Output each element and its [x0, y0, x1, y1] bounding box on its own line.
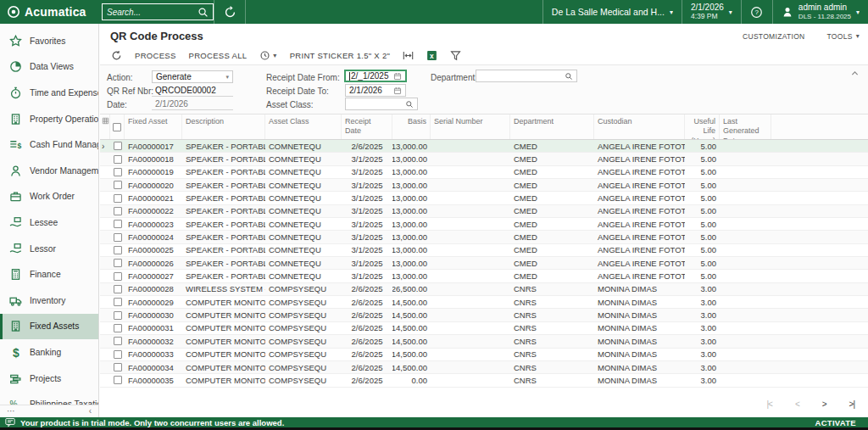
col-receipt-date[interactable]: Receipt Date — [342, 114, 392, 139]
col-fixed-asset[interactable]: Fixed Asset — [125, 114, 182, 139]
table-row[interactable]: FA00000022SPEAKER - PORTABLE ...COMNETEQ… — [100, 205, 868, 218]
sidebar-item-inventory[interactable]: Inventory — [0, 288, 98, 314]
recently-visited-button[interactable] — [214, 0, 245, 24]
col-department[interactable]: Department — [510, 114, 594, 139]
prev-page-button[interactable]: < — [795, 399, 799, 409]
row-checkbox[interactable] — [114, 350, 122, 359]
sidebar-item-data-views[interactable]: Data Views — [0, 54, 98, 81]
sidebar-item-lessee[interactable]: Lessee — [0, 209, 98, 236]
table-row[interactable]: FA00000019SPEAKER - PORTABLE ...COMNETEQ… — [100, 166, 868, 179]
sidebar-collapse-icon[interactable]: ‹ — [89, 407, 92, 416]
sidebar-item-lessor[interactable]: Lessor — [0, 236, 98, 262]
row-checkbox[interactable] — [114, 246, 122, 254]
sidebar-item-fixed-assets[interactable]: Fixed Assets — [0, 314, 98, 340]
col-description[interactable]: Description — [182, 114, 265, 139]
action-select[interactable]: Generate ▾ — [152, 70, 233, 83]
row-checkbox[interactable] — [114, 298, 122, 306]
row-checkbox[interactable] — [114, 259, 122, 267]
sidebar-item-philippines-taxation[interactable]: %Philippines Taxation — [0, 391, 98, 405]
sidebar-item-cash-fund-manage[interactable]: $Cash Fund Manage... — [0, 131, 98, 158]
table-row[interactable]: FA00000027SPEAKER - PORTABLE ...COMNETEQ… — [100, 270, 868, 282]
print-sticker-button[interactable]: PRINT STICKER 1.5" X 2" — [290, 51, 391, 60]
tenant-selector[interactable]: De La Salle Medical and H... ▾ — [543, 0, 682, 24]
row-checkbox[interactable] — [114, 272, 122, 281]
table-row[interactable]: FA00000026SPEAKER - PORTABLE ...COMNETEQ… — [100, 257, 868, 270]
col-serial-number[interactable]: Serial Number — [431, 114, 510, 139]
row-checkbox[interactable] — [114, 220, 122, 228]
table-row[interactable]: FA00000031COMPUTER MONITOR - ...COMPSYSE… — [100, 322, 868, 335]
table-row[interactable]: FA00000028WIRELESS SYSTEM - B...COMPSYSE… — [100, 283, 868, 296]
col-last-generated-date[interactable]: Last Generated Date — [720, 114, 771, 139]
business-date-selector[interactable]: 2/1/2026 4:39 PM ▾ — [682, 0, 741, 24]
search-icon[interactable] — [198, 7, 209, 18]
calendar-icon[interactable] — [393, 87, 402, 95]
sidebar-more-button[interactable]: ⋯ — [7, 407, 15, 416]
row-checkbox[interactable] — [114, 285, 122, 293]
row-checkbox[interactable] — [114, 142, 122, 150]
row-checkbox[interactable] — [114, 181, 122, 189]
row-checkbox[interactable] — [114, 363, 122, 371]
collapse-panel-icon[interactable] — [850, 69, 860, 78]
col-custodian[interactable]: Custodian — [594, 114, 685, 139]
row-checkbox[interactable] — [114, 337, 122, 345]
help-button[interactable]: ? — [742, 0, 772, 24]
row-checkbox[interactable] — [114, 311, 122, 320]
user-menu[interactable]: admin admin DLS - 11.28.2025 ▾ — [773, 0, 868, 24]
customization-menu[interactable]: CUSTOMIZATION — [743, 32, 804, 41]
row-checkbox[interactable] — [114, 376, 122, 384]
table-row[interactable]: FA00000025SPEAKER - PORTABLE ...COMNETEQ… — [100, 244, 868, 257]
row-checkbox[interactable] — [114, 194, 122, 203]
acumatica-logo[interactable]: Acumatica — [0, 0, 100, 24]
process-button[interactable]: PROCESS — [135, 51, 176, 60]
search-input[interactable] — [107, 8, 198, 17]
table-row[interactable]: FA00000032COMPUTER MONITOR - ...COMPSYSE… — [100, 335, 868, 348]
filter-button[interactable] — [450, 50, 461, 61]
table-row[interactable]: FA00000029COMPUTER MONITOR - ...COMPSYSE… — [100, 296, 868, 309]
calendar-icon[interactable] — [393, 72, 402, 81]
fit-width-button[interactable] — [403, 50, 414, 61]
table-row[interactable]: FA00000024SPEAKER - PORTABLE ...COMNETEQ… — [100, 231, 868, 243]
table-row[interactable]: FA00000021SPEAKER - PORTABLE ...COMNETEQ… — [100, 192, 868, 204]
process-all-button[interactable]: PROCESS ALL — [189, 51, 248, 60]
table-row[interactable]: ›FA00000017SPEAKER - PORTABLE ...COMNETE… — [100, 140, 868, 153]
last-page-button[interactable]: >| — [849, 399, 854, 409]
next-page-button[interactable]: > — [822, 399, 826, 409]
col-useful-life[interactable]: Useful Life (Years) — [685, 114, 720, 139]
department-field[interactable] — [476, 70, 577, 82]
table-row[interactable]: FA00000020SPEAKER - PORTABLE ...COMNETEQ… — [100, 179, 868, 192]
schedule-button[interactable]: ▾ — [259, 50, 276, 61]
lookup-icon[interactable] — [565, 72, 573, 81]
table-row[interactable]: FA00000034COMPUTER MONITOR - ...COMPSYSE… — [100, 361, 868, 374]
receipt-date-from-field[interactable]: 2/_1/2025 — [344, 70, 407, 82]
grid-settings-icon[interactable] — [100, 114, 110, 139]
table-row[interactable]: FA00000018SPEAKER - PORTABLE ...COMNETEQ… — [100, 153, 868, 165]
sidebar-item-time-and-expenses[interactable]: Time and Expenses — [0, 80, 98, 106]
sidebar-item-favorites[interactable]: Favorites — [0, 28, 98, 54]
row-checkbox[interactable] — [114, 155, 122, 164]
row-checkbox[interactable] — [114, 207, 122, 215]
row-checkbox[interactable] — [114, 324, 122, 332]
table-row[interactable]: FA00000023SPEAKER - PORTABLE ...COMNETEQ… — [100, 218, 868, 231]
activate-button[interactable]: ACTIVATE — [815, 418, 868, 427]
row-checkbox[interactable] — [114, 168, 122, 176]
refresh-button[interactable] — [111, 50, 122, 61]
lookup-icon[interactable] — [405, 100, 414, 109]
tools-menu[interactable]: TOOLS▾ — [827, 32, 860, 41]
sidebar-item-vendor-management[interactable]: Vendor Management — [0, 158, 98, 184]
asset-class-field[interactable] — [345, 98, 418, 110]
col-basis[interactable]: Basis — [392, 114, 431, 139]
first-page-button[interactable]: |< — [766, 399, 771, 409]
sidebar-item-work-order[interactable]: Work Order — [0, 184, 98, 210]
qr-ref-nbr-field[interactable]: QRCODE00002 — [152, 84, 233, 97]
receipt-date-to-field[interactable]: 2/1/2026 — [345, 84, 406, 97]
col-asset-class[interactable]: Asset Class — [265, 114, 342, 139]
sidebar-item-property-operations[interactable]: Property Operations — [0, 106, 98, 132]
global-search[interactable] — [102, 3, 214, 20]
table-row[interactable]: FA00000030COMPUTER MONITOR - ...COMPSYSE… — [100, 309, 868, 321]
select-all-checkbox[interactable] — [113, 123, 121, 131]
table-row[interactable]: FA00000035COMPUTER MONITOR - ...COMPSYSE… — [100, 374, 868, 387]
sidebar-item-projects[interactable]: Projects — [0, 366, 98, 392]
row-checkbox[interactable] — [114, 233, 122, 242]
export-excel-button[interactable]: x — [426, 50, 437, 61]
sidebar-item-finance[interactable]: Finance — [0, 261, 98, 288]
